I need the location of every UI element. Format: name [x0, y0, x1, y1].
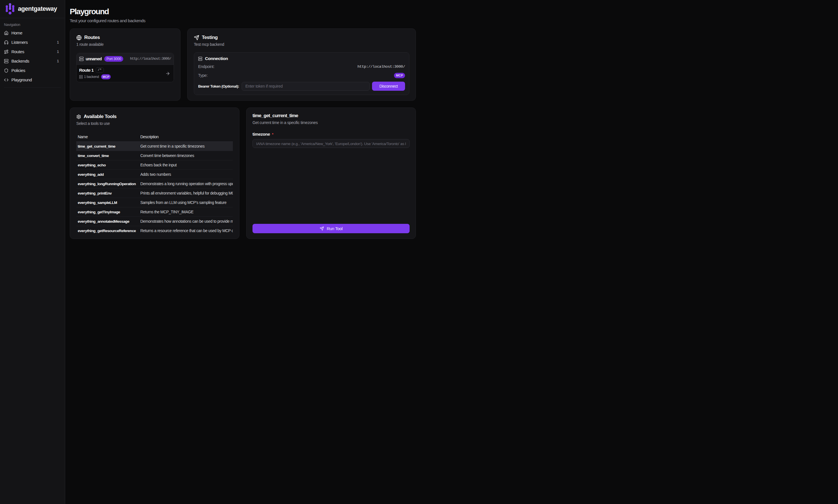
- send-icon: [320, 227, 324, 231]
- tool-row-everything_printEnv[interactable]: everything_printEnv Prints all environme…: [76, 188, 233, 198]
- sidebar-item-listeners[interactable]: Listeners 1: [4, 38, 61, 47]
- tool-run-panel: time_get_current_time Get current time i…: [246, 108, 416, 239]
- send-icon: [194, 35, 199, 40]
- routes-card-header: Routes: [76, 35, 174, 40]
- param-name: timezone: [252, 132, 270, 137]
- tool-row-everything_add[interactable]: everything_add Adds two numbers: [76, 170, 233, 179]
- sidebar-item-label: Backends: [12, 59, 29, 64]
- sidebar-item-home[interactable]: Home: [4, 28, 61, 38]
- main-content: Playground Test your configured routes a…: [65, 0, 419, 239]
- tools-table-header: Name Description: [76, 134, 233, 142]
- testing-card-subtitle: Test mcp backend: [194, 42, 409, 47]
- globe-icon: [76, 35, 82, 40]
- required-asterisk: *: [272, 132, 273, 137]
- server-icon: [79, 57, 84, 61]
- tool-name-cell: everything_annotatedMessage: [76, 219, 139, 223]
- tool-row-everything_getTinyImage[interactable]: everything_getTinyImage Returns the MCP_…: [76, 208, 233, 217]
- tool-row-everything_getResourceReference[interactable]: everything_getResourceReference Returns …: [76, 226, 233, 235]
- sidebar-item-backends[interactable]: Backends 1: [4, 56, 61, 66]
- testing-card-header: Testing: [194, 35, 409, 40]
- sidebar-nav: Home Listeners 1 Routes 1 Backends 1 Pol…: [4, 28, 61, 85]
- page-subtitle: Test your configured routes and backends: [70, 17, 416, 24]
- tool-row-everything_echo[interactable]: everything_echo Echoes back the input: [76, 160, 233, 170]
- shield-icon: [4, 68, 8, 73]
- tool-description-cell: Demonstrates a long running operation wi…: [139, 182, 233, 186]
- tool-name-cell: everything_longRunningOperation: [76, 182, 139, 186]
- arrow-right-icon: [165, 71, 170, 76]
- selected-tool-title: time_get_current_time: [252, 113, 409, 118]
- bearer-token-input[interactable]: [242, 82, 370, 91]
- tool-row-everything_sampleLLM[interactable]: everything_sampleLLM Samples from an LLM…: [76, 198, 233, 208]
- disconnect-button[interactable]: Disconnect: [372, 82, 405, 91]
- top-cards-row: Routes 1 route available unnamed Port 30…: [70, 29, 416, 101]
- headphones-icon: [4, 40, 8, 44]
- route-backend-count: 1 backend: [84, 75, 99, 79]
- sidebar-item-label: Home: [12, 31, 22, 35]
- route-icon: [4, 50, 8, 54]
- tool-description-cell: Prints all environment variables, helpfu…: [139, 191, 233, 195]
- sidebar-item-routes[interactable]: Routes 1: [4, 47, 61, 56]
- tool-description-cell: Convert time between timezones: [139, 154, 233, 158]
- sidebar-item-count: 1: [57, 40, 59, 44]
- server-icon: [4, 59, 8, 64]
- tool-row-everything_longRunningOperation[interactable]: everything_longRunningOperation Demonstr…: [76, 179, 233, 188]
- route-row[interactable]: Route 1 /* 1 backend MCP: [76, 65, 174, 82]
- tool-description-cell: Demonstrates how annotations can be used…: [139, 219, 233, 223]
- column-header-name: Name: [76, 134, 139, 139]
- tools-card-subtitle: Select a tools to use: [76, 121, 233, 126]
- agentgateway-logo-icon: [6, 3, 15, 15]
- connection-title: Connection: [205, 56, 228, 61]
- brand: agentgateway: [0, 0, 65, 18]
- endpoint-value: http://localhost:3000/: [357, 65, 405, 69]
- route-name: Route 1: [79, 68, 94, 73]
- page-title: Playground: [70, 6, 416, 17]
- bearer-token-row: Bearer Token (Optional): Disconnect: [198, 82, 405, 91]
- testing-card-title: Testing: [202, 35, 218, 40]
- listener-name: unnamed: [86, 57, 102, 61]
- tool-row-time_get_current_time[interactable]: time_get_current_time Get current time i…: [76, 142, 233, 151]
- server-icon: [198, 57, 203, 61]
- tool-description-cell: Get current time in a specific timezones: [139, 144, 233, 148]
- tool-row-everything_annotatedMessage[interactable]: everything_annotatedMessage Demonstrates…: [76, 217, 233, 226]
- tool-name-cell: everything_echo: [76, 163, 139, 167]
- route-title-line: Route 1 /*: [79, 67, 171, 73]
- tool-name-cell: everything_getResourceReference: [76, 229, 139, 233]
- available-tools-card: Available Tools Select a tools to use Na…: [70, 108, 239, 239]
- type-label: Type:: [198, 73, 208, 78]
- sidebar: agentgateway Navigation Home Listeners 1…: [0, 0, 65, 252]
- tool-name-cell: time_get_current_time: [76, 144, 139, 148]
- type-row: Type: MCP: [198, 72, 405, 79]
- routes-card-title: Routes: [84, 35, 100, 40]
- bottom-cards-row: Available Tools Select a tools to use Na…: [70, 108, 416, 239]
- sidebar-item-label: Routes: [12, 49, 24, 54]
- sidebar-item-label: Playground: [12, 77, 32, 82]
- sidebar-item-count: 1: [57, 50, 59, 54]
- sidebar-item-playground[interactable]: Playground: [4, 75, 61, 85]
- routes-card: Routes 1 route available unnamed Port 30…: [70, 29, 180, 101]
- timezone-input[interactable]: [252, 139, 409, 148]
- selected-tool-description: Get current time in a specific timezones: [252, 120, 409, 125]
- tool-description-cell: Echoes back the input: [139, 163, 233, 167]
- endpoint-row: Endpoint: http://localhost:3000/: [198, 63, 405, 70]
- server-icon: [79, 75, 83, 79]
- sidebar-section: Navigation Home Listeners 1 Routes 1 Bac…: [0, 23, 65, 88]
- tool-name-cell: time_convert_time: [76, 154, 139, 158]
- sidebar-item-label: Policies: [12, 68, 25, 73]
- route-type-badge: MCP: [101, 74, 111, 79]
- tools-card-header: Available Tools: [76, 114, 233, 120]
- sidebar-item-policies[interactable]: Policies: [4, 66, 61, 75]
- param-label-timezone: timezone*: [252, 132, 409, 137]
- listener-group: unnamed Port 3000 http://localhost:3000/…: [76, 53, 174, 82]
- tool-row-time_convert_time[interactable]: time_convert_time Convert time between t…: [76, 151, 233, 160]
- house-icon: [4, 31, 8, 35]
- routes-card-subtitle: 1 route available: [76, 42, 174, 47]
- code-icon: [4, 78, 8, 82]
- run-tool-button[interactable]: Run Tool: [252, 224, 409, 233]
- brand-name: agentgateway: [18, 5, 57, 13]
- sidebar-divider: [4, 87, 61, 88]
- listener-url: http://localhost:3000/: [130, 57, 171, 61]
- tool-name-cell: everything_getTinyImage: [76, 210, 139, 214]
- testing-card: Testing Test mcp backend Connection Endp…: [187, 29, 416, 101]
- route-path-badge: /*: [95, 67, 104, 73]
- sidebar-item-label: Listeners: [12, 40, 28, 44]
